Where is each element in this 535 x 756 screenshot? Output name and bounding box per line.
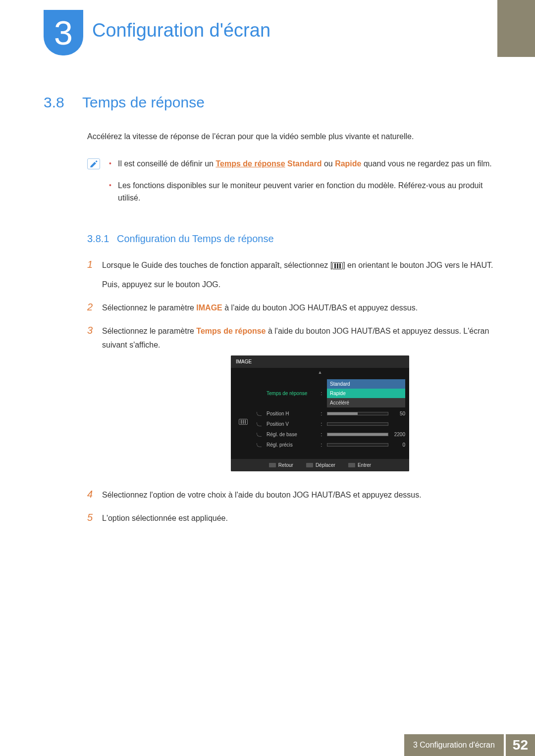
key-icon xyxy=(269,463,276,467)
note-list: Il est conseillé de définir un Temps de … xyxy=(109,157,499,213)
note-block: Il est conseillé de définir un Temps de … xyxy=(87,157,499,213)
step-number: 5 xyxy=(87,511,94,523)
header-stripe xyxy=(497,0,535,57)
step-number: 4 xyxy=(87,488,94,500)
osd-header: IMAGE xyxy=(231,355,409,368)
osd-options: Standard Rapide Accéléré xyxy=(327,379,405,407)
step-3: 3 Sélectionnez le paramètre Temps de rép… xyxy=(87,324,499,478)
svg-rect-0 xyxy=(96,160,98,162)
step-text: Lorsque le Guide des touches de fonction… xyxy=(102,258,499,291)
osd-footer-deplacer: Déplacer xyxy=(306,461,335,469)
osd-row-position-h: Position H : 50 xyxy=(257,408,405,419)
step-1-sub: Puis, appuyez sur le bouton JOG. xyxy=(102,278,499,291)
osd-option-accelere: Accéléré xyxy=(327,398,405,407)
chapter-number: 3 xyxy=(54,16,73,50)
note-item-2: Les fonctions disponibles sur le moniteu… xyxy=(109,179,499,204)
step-4: 4 Sélectionnez l'option de votre choix à… xyxy=(87,488,499,502)
osd-option-standard: Standard xyxy=(327,379,405,389)
step-5: 5 L'option sélectionnée est appliquée. xyxy=(87,511,499,525)
section-title: 3.8Temps de réponse xyxy=(44,94,499,111)
footer-page-number: 52 xyxy=(506,734,535,756)
osd-screenshot: IMAGE ▲ Temps de réponse : xyxy=(231,355,409,471)
osd-up-arrow-icon: ▲ xyxy=(231,368,409,376)
subsection-title: 3.8.1Configuration du Temps de réponse xyxy=(87,233,499,245)
footer-label: 3 Configuration d'écran xyxy=(404,734,504,756)
osd-label: Régl. de base xyxy=(267,430,316,439)
osd-left-icon-col xyxy=(235,378,252,450)
page-footer: 3 Configuration d'écran 52 xyxy=(404,734,535,756)
slider-value: 0 xyxy=(391,441,405,449)
step-text: L'option sélectionnée est appliquée. xyxy=(102,511,499,525)
osd-row-regl-precis: Régl. précis : 0 xyxy=(257,440,405,450)
chapter-title: Configuration d'écran xyxy=(92,20,270,41)
osd-footer-entrer: Entrer xyxy=(348,461,371,469)
menu-grid-icon xyxy=(332,262,343,269)
intro-text: Accélérez la vitesse de réponse de l'écr… xyxy=(87,131,499,143)
section-number: 3.8 xyxy=(44,94,82,111)
osd-row-position-v: Position V : xyxy=(257,419,405,429)
slider-value: 50 xyxy=(391,409,405,418)
step-text: Sélectionnez le paramètre IMAGE à l'aide… xyxy=(102,301,499,314)
content-area: 3.8Temps de réponse Accélérez la vitesse… xyxy=(44,94,499,535)
slider-track xyxy=(327,443,388,447)
osd-body: Temps de réponse : Standard Rapide Accél… xyxy=(231,376,409,459)
note-icon xyxy=(87,158,100,169)
osd-footer-retour: Retour xyxy=(269,461,293,469)
osd-label: Position H xyxy=(267,409,316,418)
key-icon xyxy=(348,463,355,467)
step-text: Sélectionnez l'option de votre choix à l… xyxy=(102,488,499,502)
osd-label: Position V xyxy=(267,420,316,428)
step-1: 1 Lorsque le Guide des touches de foncti… xyxy=(87,258,499,291)
osd-row-response-time: Temps de réponse : Standard Rapide Accél… xyxy=(257,378,405,408)
step-number: 2 xyxy=(87,301,94,313)
osd-label: Régl. précis xyxy=(267,441,316,449)
steps-list: 1 Lorsque le Guide des touches de foncti… xyxy=(87,258,499,525)
osd-footer: Retour Déplacer Entrer xyxy=(231,459,409,471)
osd-label: Temps de réponse xyxy=(267,389,316,398)
section-name: Temps de réponse xyxy=(82,94,205,110)
step-2: 2 Sélectionnez le paramètre IMAGE à l'ai… xyxy=(87,301,499,314)
slider-track xyxy=(327,412,388,415)
note-link: Temps de réponse xyxy=(215,159,285,168)
subsection-name: Configuration du Temps de réponse xyxy=(117,233,274,244)
step-text: Sélectionnez le paramètre Temps de répon… xyxy=(102,324,499,478)
menu-grid-icon xyxy=(239,419,248,425)
osd-option-rapide: Rapide xyxy=(327,389,405,398)
step-number: 3 xyxy=(87,324,94,336)
chapter-badge: 3 xyxy=(44,10,83,55)
osd-rows: Temps de réponse : Standard Rapide Accél… xyxy=(257,378,405,450)
step-number: 1 xyxy=(87,258,94,270)
slider-track xyxy=(327,433,388,436)
osd-row-regl-base: Régl. de base : 2200 xyxy=(257,429,405,440)
note-item-1: Il est conseillé de définir un Temps de … xyxy=(109,157,499,170)
subsection-number: 3.8.1 xyxy=(87,233,117,245)
key-icon xyxy=(306,463,313,467)
slider-track xyxy=(327,422,388,426)
slider-value: 2200 xyxy=(391,430,405,439)
